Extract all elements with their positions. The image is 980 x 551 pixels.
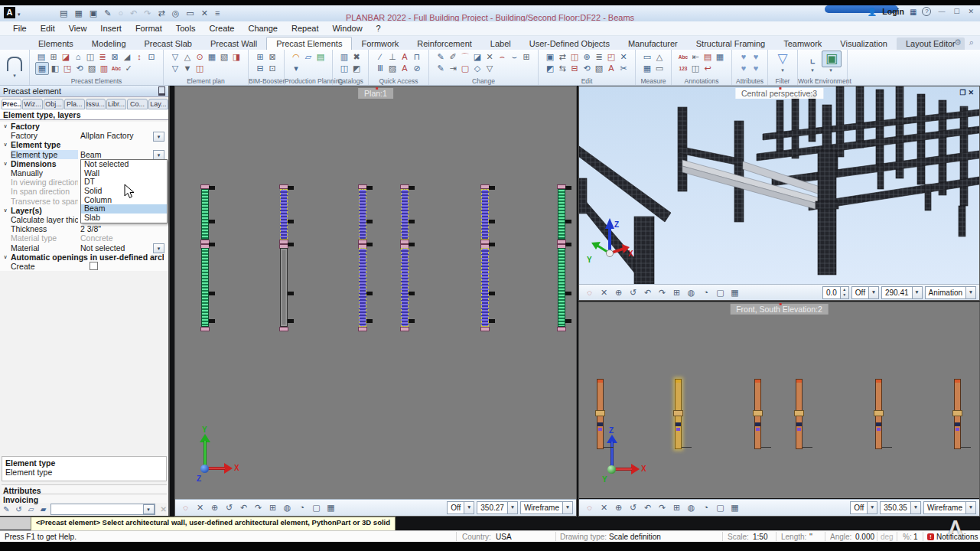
ribbon-icon[interactable]: ⇥ — [447, 63, 459, 74]
ribbon-icon[interactable]: ▨ — [386, 63, 399, 74]
open-project-icon[interactable]: ▤ — [60, 8, 67, 18]
prop-label[interactable]: In span direction — [11, 187, 78, 196]
ribbon-icon[interactable]: ⊞ — [254, 51, 266, 63]
next-view-icon[interactable]: ↷ — [655, 288, 669, 298]
ribbon-icon[interactable]: ▾ — [773, 67, 792, 73]
projection-icon[interactable]: ◔ — [698, 288, 713, 298]
rotate-icon[interactable]: ↺ — [626, 288, 640, 298]
favorite-combo[interactable]: ▾ — [50, 504, 155, 515]
chevron-down-icon[interactable]: ▼ — [507, 502, 517, 514]
options-icon[interactable]: ◎ — [172, 8, 180, 18]
ribbon-icon[interactable]: ▽ — [169, 51, 181, 63]
plan-beam[interactable] — [358, 184, 367, 331]
ribbon-icon[interactable]: ✎ — [435, 51, 447, 63]
ribbon-icon[interactable]: ▥ — [338, 51, 350, 63]
plan-beam[interactable] — [557, 184, 566, 331]
ribbon-icon[interactable]: ⊕ — [581, 51, 593, 63]
ribbon-icon[interactable]: ◫ — [194, 63, 206, 74]
ribbon-icon[interactable]: ⇆ — [556, 63, 568, 74]
tab-precast-elements[interactable]: Precast Elements — [266, 37, 352, 50]
dropdown-item-slab[interactable]: Slab — [81, 214, 167, 223]
ribbon-icon[interactable]: ✕ — [483, 51, 496, 63]
pan-icon[interactable]: ◌ — [582, 288, 597, 298]
beam-body-lower[interactable] — [558, 248, 565, 327]
copy-view-icon[interactable]: ⊞ — [669, 288, 684, 298]
ribbon-icon[interactable]: ⊙ — [194, 51, 206, 63]
ribbon-icon[interactable]: ♥ — [750, 51, 762, 63]
chevron-down-icon[interactable]: ▼ — [868, 287, 878, 298]
viewport-window-buttons[interactable]: ❐✕ — [959, 89, 976, 96]
prop-label[interactable]: Material type — [11, 233, 78, 243]
close-button[interactable]: ✕ — [966, 8, 975, 15]
ribbon-icon[interactable]: ✂ — [617, 63, 630, 74]
ribbon-icon[interactable]: ▧ — [593, 63, 605, 74]
display-toggle-combo[interactable]: Off ▼ — [447, 501, 474, 514]
ribbon-icon[interactable]: ◳ — [61, 63, 73, 74]
ribbon-icon[interactable]: ▤ — [702, 51, 714, 63]
menu-edit[interactable]: Edit — [34, 22, 62, 34]
prop-value[interactable]: 2 3/8" — [78, 224, 151, 233]
help-icon[interactable]: ? — [922, 7, 931, 16]
ribbon-icon[interactable]: ◩ — [350, 63, 363, 74]
chevron-icon[interactable]: ∨ — [0, 207, 11, 214]
ribbon-icon[interactable]: ▱ — [302, 51, 314, 63]
animation-combo[interactable]: Animation ▼ — [925, 286, 976, 299]
palette-tab-wiz[interactable]: Wiz... — [22, 99, 42, 109]
tab-modeling[interactable]: Modeling — [83, 37, 135, 50]
drawing-type-value[interactable]: Scale definition — [609, 533, 661, 541]
ribbon-icon[interactable]: ⊞ — [47, 51, 60, 63]
ribbon-icon[interactable]: ⊘ — [411, 63, 423, 74]
prop-label[interactable]: Create — [11, 262, 78, 271]
previous-view-icon[interactable]: ↶ — [640, 288, 655, 298]
plan-beam[interactable] — [200, 184, 210, 331]
prop-value[interactable]: Beam — [78, 150, 151, 159]
palette-tab-issu[interactable]: Issu... — [86, 99, 106, 109]
ribbon-icon[interactable]: ◠ — [290, 51, 302, 63]
angle-value[interactable]: 0.000 — [855, 533, 874, 541]
gear-icon[interactable]: ⚙ — [954, 37, 962, 47]
chevron-icon[interactable]: ∨ — [0, 123, 11, 129]
beam-body-upper[interactable] — [401, 189, 409, 240]
ribbon-icon[interactable]: ⊞ — [520, 51, 532, 63]
ribbon-icon[interactable]: ▢ — [459, 63, 471, 74]
chevron-down-icon[interactable]: ▼ — [867, 502, 877, 514]
tab-label[interactable]: Label — [481, 37, 520, 50]
ribbon-icon[interactable]: ▼ — [181, 63, 194, 74]
elevation-beam-selected[interactable] — [675, 379, 682, 449]
menu-tools[interactable]: Tools — [169, 22, 203, 34]
prop-label[interactable]: Calculate layer thickness — [11, 215, 78, 224]
ribbon-icon[interactable]: ≣ — [96, 51, 109, 63]
beam-body-lower[interactable] — [359, 248, 366, 327]
beam-body-upper[interactable] — [558, 189, 565, 240]
repeat-icon[interactable]: ⇄ — [158, 8, 165, 18]
tab-visualization[interactable]: Visualization — [831, 37, 897, 50]
ribbon-icon[interactable]: ✕ — [617, 51, 630, 63]
section-icon[interactable]: ▢ — [309, 503, 324, 513]
length-value[interactable]: '' — [809, 533, 812, 541]
render-mode-combo[interactable]: Wireframe ▼ — [923, 501, 976, 514]
beam-body-lower[interactable] — [401, 248, 409, 327]
next-view-icon[interactable]: ↷ — [655, 503, 669, 513]
chevron-down-icon[interactable]: ▼ — [965, 287, 975, 298]
spinner-buttons[interactable]: ▲▼ — [840, 287, 848, 298]
scale-combo[interactable]: 350.27 ▼ — [477, 501, 518, 514]
chevron-icon[interactable]: ∨ — [0, 254, 11, 260]
ribbon-icon[interactable]: ⊟ — [254, 63, 266, 74]
tab-teamwork[interactable]: Teamwork — [774, 37, 831, 50]
ribbon-icon[interactable]: ▣ — [822, 51, 842, 67]
ribbon-icon[interactable]: A — [399, 63, 411, 74]
login-button[interactable]: Login — [882, 7, 904, 16]
prop-label[interactable]: In viewing direction — [11, 178, 78, 187]
ribbon-icon[interactable]: ◪ — [471, 51, 483, 63]
chevron-icon[interactable]: ∨ — [0, 161, 11, 167]
ribbon-icon[interactable]: ▧ — [218, 51, 230, 63]
palette-titlebar[interactable]: Precast element — [0, 86, 168, 97]
palette-tab-prec[interactable]: Prec... — [2, 99, 21, 109]
chevron-down-icon[interactable]: ▼ — [912, 287, 922, 298]
beam-body-upper[interactable] — [280, 189, 288, 240]
palette-tab-lay[interactable]: Lay... — [148, 99, 168, 109]
prop-value[interactable]: Not selected — [78, 243, 151, 253]
zoom-in-icon[interactable]: ⊕ — [611, 503, 626, 513]
ribbon-icon[interactable]: ⊓ — [411, 51, 423, 63]
beam-body-upper[interactable] — [201, 189, 209, 240]
